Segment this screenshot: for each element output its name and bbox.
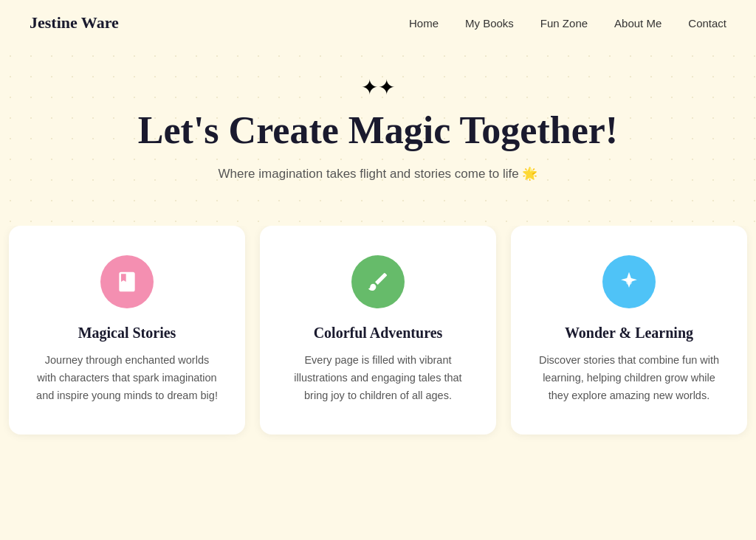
- card-icon-circle-brush: [351, 255, 405, 308]
- card-colorful-adventures: Colorful Adventures Every page is filled…: [260, 226, 496, 435]
- book-icon: [115, 270, 139, 294]
- main-nav: Home My Books Fun Zone About Me Contact: [409, 17, 726, 30]
- nav-about-me[interactable]: About Me: [614, 17, 662, 30]
- sparkle-icon: [617, 270, 641, 294]
- card-title-magical-stories: Magical Stories: [78, 325, 176, 342]
- card-wonder-learning: Wonder & Learning Discover stories that …: [511, 226, 747, 435]
- card-magical-stories: Magical Stories Journey through enchante…: [9, 226, 245, 435]
- hero-sparkle-icon: ✦✦: [361, 75, 395, 100]
- hero-section: ✦✦ Let's Create Magic Together! Where im…: [0, 46, 756, 226]
- cards-section: Magical Stories Journey through enchante…: [0, 226, 756, 464]
- hero-subtitle: Where imagination takes flight and stori…: [219, 166, 538, 181]
- site-logo[interactable]: Jestine Ware: [30, 13, 119, 32]
- nav-contact[interactable]: Contact: [688, 17, 726, 30]
- brush-icon: [366, 270, 390, 294]
- card-icon-circle-sparkle: [602, 255, 656, 308]
- card-desc-wonder-learning: Discover stories that combine fun with l…: [537, 352, 721, 405]
- card-desc-magical-stories: Journey through enchanted worlds with ch…: [35, 352, 219, 405]
- card-title-wonder-learning: Wonder & Learning: [565, 325, 693, 342]
- card-desc-colorful-adventures: Every page is filled with vibrant illust…: [286, 352, 470, 405]
- nav-fun-zone[interactable]: Fun Zone: [540, 17, 588, 30]
- card-title-colorful-adventures: Colorful Adventures: [314, 325, 443, 342]
- hero-title: Let's Create Magic Together!: [138, 108, 618, 153]
- nav-home[interactable]: Home: [409, 17, 439, 30]
- card-icon-circle-book: [100, 255, 154, 308]
- nav-my-books[interactable]: My Books: [465, 17, 514, 30]
